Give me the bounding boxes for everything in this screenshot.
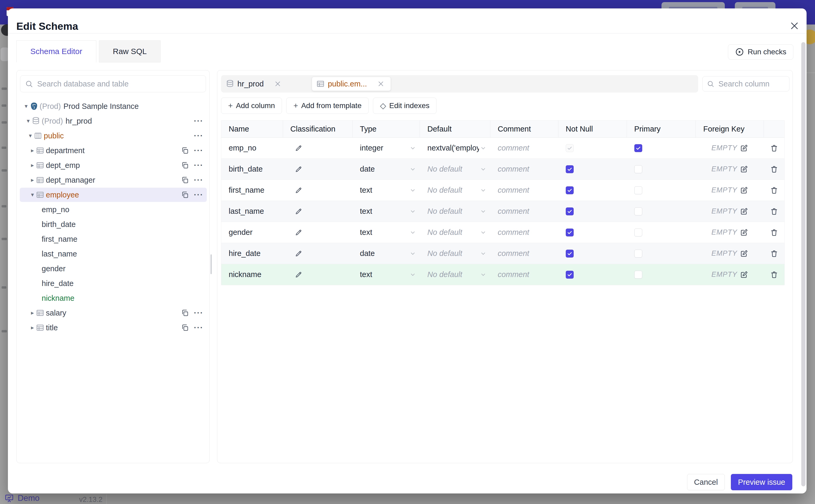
copy-icon[interactable] bbox=[181, 146, 189, 155]
comment-input[interactable]: comment bbox=[490, 201, 558, 222]
type-select[interactable]: date bbox=[352, 243, 420, 264]
run-checks-button[interactable]: Run checks bbox=[728, 44, 793, 60]
edit-square-icon[interactable] bbox=[740, 270, 748, 279]
comment-input[interactable]: comment bbox=[490, 138, 558, 158]
panel-resize-handle[interactable] bbox=[210, 254, 212, 274]
tree-item-dept_emp[interactable]: ▸dept_emp··· bbox=[17, 158, 210, 173]
tree-item-last_name[interactable]: last_name bbox=[17, 246, 210, 261]
trash-icon[interactable] bbox=[770, 186, 778, 195]
close-icon[interactable] bbox=[786, 17, 803, 34]
trash-icon[interactable] bbox=[770, 228, 778, 237]
not-null-checkbox[interactable] bbox=[566, 165, 574, 173]
comment-input[interactable]: comment bbox=[490, 222, 558, 243]
not-null-checkbox[interactable] bbox=[566, 271, 574, 279]
comment-input[interactable]: comment bbox=[490, 264, 558, 285]
tree-item-nickname[interactable]: nickname bbox=[17, 291, 210, 306]
chevron-right-icon[interactable]: ▸ bbox=[29, 147, 36, 154]
more-options-icon[interactable]: ··· bbox=[194, 191, 203, 199]
edit-square-icon[interactable] bbox=[740, 249, 748, 258]
default-select[interactable]: No default bbox=[420, 243, 490, 264]
edit-square-icon[interactable] bbox=[740, 207, 748, 216]
type-select[interactable]: text bbox=[352, 264, 420, 285]
more-options-icon[interactable]: ··· bbox=[194, 309, 203, 317]
default-select[interactable]: nextval('employ bbox=[420, 138, 490, 158]
copy-icon[interactable] bbox=[181, 309, 189, 317]
type-select[interactable]: integer bbox=[352, 138, 420, 158]
tree-item-department[interactable]: ▸department··· bbox=[17, 143, 210, 158]
edit-square-icon[interactable] bbox=[740, 165, 748, 173]
tree-item-salary[interactable]: ▸salary··· bbox=[17, 306, 210, 320]
not-null-checkbox[interactable] bbox=[566, 207, 574, 215]
editor-tab-public.em...[interactable]: public.em... bbox=[312, 77, 391, 91]
chevron-right-icon[interactable]: ▸ bbox=[29, 324, 36, 331]
editor-tab-hr_prod[interactable]: hr_prod bbox=[221, 77, 288, 91]
preview-issue-button[interactable]: Preview issue bbox=[731, 474, 792, 490]
chevron-down-icon[interactable]: ▾ bbox=[29, 191, 36, 198]
demo-link[interactable]: Demo bbox=[4, 493, 40, 503]
default-select[interactable]: No default bbox=[420, 180, 490, 201]
pencil-icon[interactable] bbox=[294, 250, 302, 258]
primary-checkbox[interactable] bbox=[634, 144, 642, 152]
tab-schema-editor[interactable]: Schema Editor bbox=[16, 40, 96, 62]
chevron-right-icon[interactable]: ▸ bbox=[29, 162, 36, 169]
pencil-icon[interactable] bbox=[294, 186, 302, 194]
primary-checkbox[interactable] bbox=[634, 271, 642, 279]
copy-icon[interactable] bbox=[181, 191, 189, 199]
column-search-input[interactable] bbox=[718, 79, 785, 89]
trash-icon[interactable] bbox=[770, 207, 778, 216]
default-select[interactable]: No default bbox=[420, 201, 490, 222]
modal-scrollbar[interactable] bbox=[801, 42, 806, 486]
more-options-icon[interactable]: ··· bbox=[194, 117, 203, 125]
pencil-icon[interactable] bbox=[294, 271, 302, 279]
type-select[interactable]: text bbox=[352, 222, 420, 243]
tree-item-employee[interactable]: ▾employee··· bbox=[17, 187, 210, 202]
type-select[interactable]: text bbox=[352, 201, 420, 222]
type-select[interactable]: date bbox=[352, 159, 420, 180]
primary-checkbox[interactable] bbox=[634, 207, 642, 215]
tree-item-title[interactable]: ▸title··· bbox=[17, 320, 210, 335]
tree-search-input[interactable] bbox=[37, 79, 201, 89]
add-column-button[interactable]: +Add column bbox=[221, 98, 282, 114]
copy-icon[interactable] bbox=[181, 161, 189, 169]
more-options-icon[interactable]: ··· bbox=[194, 176, 203, 184]
pencil-icon[interactable] bbox=[294, 229, 302, 236]
trash-icon[interactable] bbox=[770, 249, 778, 258]
edit-square-icon[interactable] bbox=[740, 228, 748, 237]
tree-item-birth_date[interactable]: birth_date bbox=[17, 217, 210, 232]
chevron-right-icon[interactable]: ▸ bbox=[29, 309, 36, 316]
copy-icon[interactable] bbox=[181, 323, 189, 332]
trash-icon[interactable] bbox=[770, 144, 778, 152]
trash-icon[interactable] bbox=[770, 165, 778, 173]
primary-checkbox[interactable] bbox=[634, 250, 642, 258]
default-select[interactable]: No default bbox=[420, 159, 490, 180]
not-null-checkbox[interactable] bbox=[566, 186, 574, 194]
more-options-icon[interactable]: ··· bbox=[194, 147, 203, 154]
close-tab-icon[interactable] bbox=[274, 80, 282, 88]
primary-checkbox[interactable] bbox=[634, 165, 642, 173]
edit-square-icon[interactable] bbox=[740, 144, 748, 152]
not-null-checkbox[interactable] bbox=[566, 229, 574, 236]
more-options-icon[interactable]: ··· bbox=[194, 132, 203, 140]
pencil-icon[interactable] bbox=[294, 207, 302, 215]
more-options-icon[interactable]: ··· bbox=[194, 161, 203, 169]
cancel-button[interactable]: Cancel bbox=[687, 474, 725, 490]
tree-item-Prod Sample Instance[interactable]: ▾(Prod)Prod Sample Instance bbox=[17, 99, 210, 114]
edit-square-icon[interactable] bbox=[740, 186, 748, 195]
copy-icon[interactable] bbox=[181, 176, 189, 184]
tree-item-public[interactable]: ▾public··· bbox=[17, 128, 210, 143]
type-select[interactable]: text bbox=[352, 180, 420, 201]
tree-item-first_name[interactable]: first_name bbox=[17, 232, 210, 246]
comment-input[interactable]: comment bbox=[490, 159, 558, 180]
pencil-icon[interactable] bbox=[294, 144, 302, 152]
chevron-down-icon[interactable]: ▾ bbox=[25, 118, 32, 124]
tree-item-emp_no[interactable]: emp_no bbox=[17, 202, 210, 217]
primary-checkbox[interactable] bbox=[634, 229, 642, 236]
close-tab-icon[interactable] bbox=[377, 80, 385, 88]
more-options-icon[interactable]: ··· bbox=[194, 324, 203, 332]
default-select[interactable]: No default bbox=[420, 222, 490, 243]
tree-item-gender[interactable]: gender bbox=[17, 261, 210, 276]
edit-indexes-button[interactable]: ◇Edit indexes bbox=[373, 98, 437, 114]
tree-item-dept_manager[interactable]: ▸dept_manager··· bbox=[17, 173, 210, 187]
comment-input[interactable]: comment bbox=[490, 243, 558, 264]
chevron-down-icon[interactable]: ▾ bbox=[23, 103, 30, 110]
